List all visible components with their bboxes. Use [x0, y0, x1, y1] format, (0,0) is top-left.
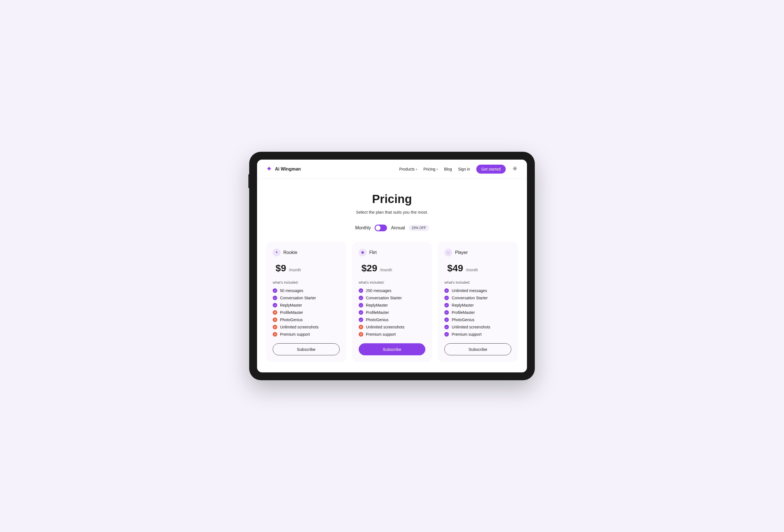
price-row: $29 /month — [359, 263, 426, 274]
check-icon — [359, 310, 363, 315]
feature-label: Unlimited messages — [452, 288, 487, 293]
check-icon — [444, 303, 449, 307]
check-icon — [273, 296, 277, 300]
sparkle-icon — [273, 249, 281, 256]
feature-label: Conversation Starter — [452, 296, 487, 300]
subscribe-button[interactable]: Subscribe — [359, 343, 426, 355]
nav-signin[interactable]: Sign in — [458, 167, 470, 171]
plan-name: Flirt — [369, 250, 377, 255]
feature-item: 50 messages — [273, 288, 340, 293]
toggle-monthly-label: Monthly — [355, 225, 371, 230]
included-label: what's included: — [359, 280, 426, 284]
feature-label: Unlimited screenshots — [366, 325, 404, 329]
check-icon — [444, 288, 449, 293]
feature-item: Premium support — [359, 332, 426, 337]
page-subtitle: Select the plan that suits you the most. — [266, 210, 518, 215]
nav-blog[interactable]: Blog — [444, 167, 452, 171]
feature-item: ProfileMaster — [359, 310, 426, 315]
feature-label: Premium support — [452, 332, 482, 337]
feature-label: ProfileMaster — [452, 310, 475, 315]
feature-label: 50 messages — [280, 288, 303, 293]
feature-item: Conversation Starter — [359, 296, 426, 300]
feature-label: ReplyMaster — [280, 303, 302, 307]
plan-price: $9 — [276, 263, 286, 274]
subscribe-button[interactable]: Subscribe — [444, 343, 511, 355]
check-icon — [359, 303, 363, 307]
plan-period: /month — [466, 268, 478, 272]
cross-icon — [273, 325, 277, 329]
check-icon — [444, 310, 449, 315]
theme-toggle-button[interactable] — [512, 166, 518, 172]
feature-label: Premium support — [366, 332, 396, 337]
toggle-annual-label: Annual — [391, 225, 405, 230]
cross-icon — [359, 332, 363, 337]
svg-point-0 — [514, 168, 516, 169]
subscribe-label: Subscribe — [297, 347, 315, 352]
nav-signin-label: Sign in — [458, 167, 470, 171]
get-started-label: Get started — [481, 167, 501, 171]
feature-item: ReplyMaster — [273, 303, 340, 307]
chevron-down-icon: ▾ — [416, 168, 417, 171]
cross-icon — [359, 325, 363, 329]
screen: Ai Wingman Products ▾ Pricing ▾ Blog Sig… — [257, 160, 527, 372]
flame-icon — [444, 249, 452, 256]
feature-item: Unlimited screenshots — [444, 325, 511, 329]
check-icon — [359, 317, 363, 322]
feature-label: Unlimited screenshots — [452, 325, 490, 329]
logo[interactable]: Ai Wingman — [266, 166, 301, 172]
feature-item: ReplyMaster — [359, 303, 426, 307]
subscribe-button[interactable]: Subscribe — [273, 343, 340, 355]
feature-label: ReplyMaster — [452, 303, 474, 307]
nav-products-label: Products — [399, 167, 415, 171]
plans-grid: Rookie $9 /month what's included: 50 mes… — [266, 242, 518, 362]
plan-header: Flirt — [359, 249, 426, 256]
feature-label: ReplyMaster — [366, 303, 388, 307]
logo-text: Ai Wingman — [275, 167, 301, 172]
heart-icon — [359, 249, 366, 256]
price-row: $9 /month — [273, 263, 340, 274]
plan-price: $49 — [447, 263, 463, 274]
feature-item: PhotoGenius — [444, 317, 511, 322]
cross-icon — [273, 317, 277, 322]
feature-label: 250 messages — [366, 288, 391, 293]
nav-pricing[interactable]: Pricing ▾ — [423, 167, 438, 171]
feature-item: Conversation Starter — [444, 296, 511, 300]
feature-list: 50 messagesConversation StarterReplyMast… — [273, 288, 340, 337]
nav: Products ▾ Pricing ▾ Blog Sign in Get st… — [399, 165, 518, 174]
subscribe-label: Subscribe — [383, 347, 401, 352]
check-icon — [273, 288, 277, 293]
feature-label: ProfileMaster — [280, 310, 303, 315]
billing-toggle[interactable] — [375, 225, 387, 231]
chevron-down-icon: ▾ — [437, 168, 438, 171]
plan-card-player: Player $49 /month what's included: Unlim… — [438, 242, 518, 362]
page-title: Pricing — [266, 192, 518, 206]
check-icon — [359, 296, 363, 300]
included-label: what's included: — [273, 280, 340, 284]
feature-item: Unlimited screenshots — [359, 325, 426, 329]
plan-card-rookie: Rookie $9 /month what's included: 50 mes… — [266, 242, 346, 362]
get-started-button[interactable]: Get started — [476, 165, 506, 174]
feature-item: PhotoGenius — [273, 317, 340, 322]
feature-item: ProfileMaster — [444, 310, 511, 315]
nav-pricing-label: Pricing — [423, 167, 436, 171]
plan-name: Rookie — [283, 250, 297, 255]
plan-card-flirt: Flirt $29 /month what's included: 250 me… — [352, 242, 432, 362]
plan-header: Player — [444, 249, 511, 256]
feature-label: Conversation Starter — [366, 296, 402, 300]
cross-icon — [273, 332, 277, 337]
check-icon — [359, 288, 363, 293]
check-icon — [444, 317, 449, 322]
nav-products[interactable]: Products ▾ — [399, 167, 417, 171]
price-row: $49 /month — [444, 263, 511, 274]
logo-icon — [266, 166, 272, 172]
feature-item: Unlimited messages — [444, 288, 511, 293]
feature-item: Conversation Starter — [273, 296, 340, 300]
feature-item: PhotoGenius — [359, 317, 426, 322]
feature-item: Premium support — [444, 332, 511, 337]
feature-label: PhotoGenius — [452, 317, 474, 322]
feature-label: Unlimited screenshots — [280, 325, 319, 329]
plan-period: /month — [380, 268, 392, 272]
feature-list: Unlimited messagesConversation StarterRe… — [444, 288, 511, 337]
feature-item: ProfileMaster — [273, 310, 340, 315]
plan-period: /month — [289, 268, 301, 272]
